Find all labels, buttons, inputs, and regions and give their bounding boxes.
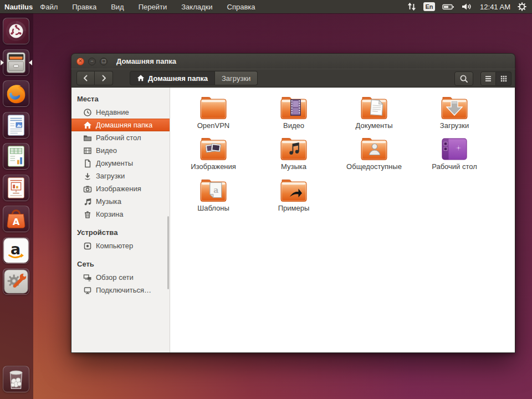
file-label: OpenVPN xyxy=(197,122,230,130)
emblem-download-icon xyxy=(446,100,463,116)
chevron-left-icon xyxy=(81,74,90,83)
folder-icon xyxy=(279,177,308,202)
document-icon xyxy=(83,159,92,168)
file-item[interactable]: Видео xyxy=(260,94,328,130)
sidebar-item-label: Изображения xyxy=(96,185,141,193)
sidebar-item-label: Музыка xyxy=(96,197,121,206)
file-item[interactable]: Общедоступные xyxy=(340,135,408,171)
file-grid[interactable]: OpenVPN Видео Документы Загрузки Изображ… xyxy=(170,88,515,352)
download-icon xyxy=(83,172,92,181)
search-button[interactable] xyxy=(454,71,473,86)
menubar-menu[interactable]: Правка xyxy=(72,3,96,11)
sidebar-section-header: Устройства xyxy=(71,225,170,239)
clock-label[interactable]: 12:41 AM xyxy=(480,3,510,11)
ubuntu-dash-icon xyxy=(3,18,29,44)
launcher-system-settings-icon[interactable] xyxy=(3,268,29,295)
minimize-button[interactable]: − xyxy=(88,58,96,65)
monitor-icon xyxy=(83,286,92,295)
menubar-menu[interactable]: Вид xyxy=(111,3,124,11)
maximize-button[interactable]: ▢ xyxy=(100,58,108,65)
network-icon xyxy=(83,273,92,282)
unity-launcher xyxy=(0,13,33,399)
folder-icon xyxy=(199,135,228,161)
sidebar-item[interactable]: Музыка xyxy=(71,195,170,208)
sidebar-section-header: Сеть xyxy=(71,257,170,271)
sidebar-item[interactable]: Обзор сети xyxy=(71,271,170,284)
indicator-area: En 12:41 AM xyxy=(407,2,532,11)
sidebar-item[interactable]: Видео xyxy=(71,144,170,157)
folder-icon xyxy=(279,94,308,120)
file-item[interactable]: Загрузки xyxy=(421,94,488,130)
menubar-menus: ФайлПравкаВидПерейтиЗакладкиСправка xyxy=(40,3,255,11)
files-icon xyxy=(3,50,29,75)
file-label: Музыка xyxy=(281,163,306,171)
file-item[interactable]: Изображения xyxy=(180,135,247,171)
emblem-person-icon xyxy=(369,142,381,155)
file-item[interactable]: OpenVPN xyxy=(180,94,247,130)
sidebar-scrollbar[interactable] xyxy=(167,216,169,289)
file-item[interactable]: Документы xyxy=(340,94,408,130)
window-content: МестаНедавниеДомашняя папкаРабочий столВ… xyxy=(71,88,515,353)
sidebar-item[interactable]: Документы xyxy=(71,157,170,170)
music-icon xyxy=(83,197,92,206)
file-item[interactable]: Шаблоны xyxy=(180,177,247,212)
launcher-trash-icon[interactable] xyxy=(3,366,29,392)
file-label: Примеры xyxy=(278,204,310,212)
back-button[interactable] xyxy=(76,71,95,85)
desktop-folder-icon xyxy=(83,134,92,142)
battery-icon[interactable] xyxy=(442,2,454,11)
file-label: Документы xyxy=(355,122,392,130)
firefox-icon xyxy=(3,81,29,106)
network-arrows-icon[interactable] xyxy=(407,2,416,11)
sidebar-item-label: Домашняя папка xyxy=(96,121,152,129)
sidebar-item[interactable]: Загрузки xyxy=(71,170,170,182)
launcher-libreoffice-writer-icon[interactable] xyxy=(3,112,29,139)
folder-icon xyxy=(360,94,388,120)
sidebar-item[interactable]: Недавние xyxy=(71,106,170,119)
system-settings-icon xyxy=(3,269,29,294)
menubar-menu[interactable]: Справка xyxy=(227,3,255,11)
libreoffice-impress-icon xyxy=(3,175,29,201)
sidebar-item[interactable]: Подключиться… xyxy=(71,284,170,296)
launcher-ubuntu-dash-icon[interactable] xyxy=(3,18,29,44)
breadcrumb-current[interactable]: Домашняя папка xyxy=(130,71,215,85)
forward-button[interactable] xyxy=(95,71,113,85)
sidebar-item[interactable]: Домашняя папка xyxy=(71,119,170,131)
keyboard-layout-indicator[interactable]: En xyxy=(423,2,435,11)
sidebar-item[interactable]: Изображения xyxy=(71,182,170,195)
launcher-files-icon[interactable] xyxy=(3,49,29,76)
launcher-ubuntu-software-center-icon[interactable] xyxy=(3,206,29,232)
app-name: Nautilus xyxy=(4,3,33,11)
desktop-base-icon xyxy=(441,137,468,161)
launcher-libreoffice-calc-icon[interactable] xyxy=(3,143,29,170)
menubar-menu[interactable]: Файл xyxy=(40,3,58,11)
clock-icon xyxy=(83,108,92,117)
ubuntu-software-center-icon xyxy=(3,206,29,232)
file-item[interactable]: Музыка xyxy=(260,135,328,171)
file-item[interactable]: Рабочий стол xyxy=(421,135,488,171)
sidebar-item-label: Документы xyxy=(96,159,133,167)
sidebar-item[interactable]: Рабочий стол xyxy=(71,131,170,144)
session-gear-icon[interactable] xyxy=(518,2,526,11)
list-view-button[interactable] xyxy=(480,71,496,86)
file-label: Загрузки xyxy=(440,122,469,130)
folder-icon xyxy=(199,94,228,120)
breadcrumb-item[interactable]: Загрузки xyxy=(215,71,258,85)
volume-icon[interactable] xyxy=(462,2,473,11)
sidebar-item[interactable]: Компьютер xyxy=(71,239,170,252)
film-icon xyxy=(83,146,92,155)
sidebar-item-label: Видео xyxy=(96,146,117,155)
folder-icon xyxy=(440,94,469,120)
sidebar-item[interactable]: Корзина xyxy=(71,208,170,221)
titlebar[interactable]: ✕ − ▢ Домашняя папка xyxy=(71,53,515,69)
launcher-amazon-icon[interactable] xyxy=(3,237,29,264)
breadcrumb-label: Загрузки xyxy=(222,74,250,83)
file-item[interactable]: Примеры xyxy=(260,177,328,212)
grid-view-button[interactable] xyxy=(496,71,511,86)
menubar-menu[interactable]: Закладки xyxy=(181,3,212,11)
menubar-menu[interactable]: Перейти xyxy=(139,3,167,11)
breadcrumb: Домашняя папкаЗагрузки xyxy=(130,71,258,85)
close-button[interactable]: ✕ xyxy=(76,58,84,65)
launcher-firefox-icon[interactable] xyxy=(3,80,29,107)
launcher-libreoffice-impress-icon[interactable] xyxy=(3,175,29,201)
